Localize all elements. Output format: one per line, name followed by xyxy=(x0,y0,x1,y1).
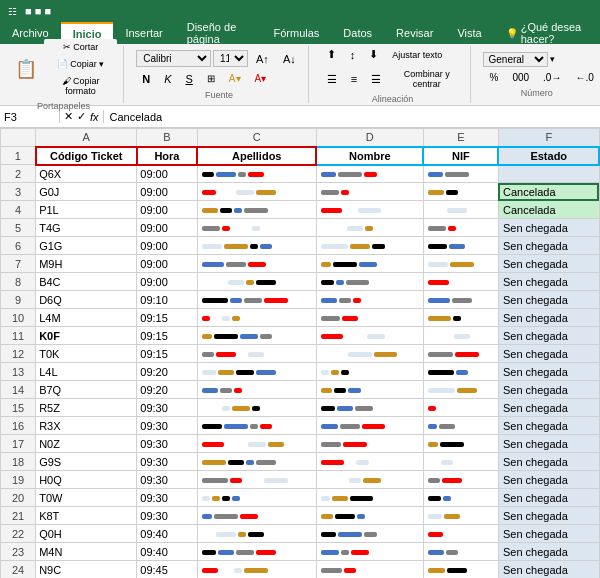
cell-nombre[interactable] xyxy=(316,345,423,363)
cell-apellidos[interactable] xyxy=(197,237,316,255)
cell-codigo[interactable]: B7Q xyxy=(36,381,137,399)
cell-nif[interactable] xyxy=(423,507,498,525)
cell-codigo[interactable]: G1G xyxy=(36,237,137,255)
cell-apellidos[interactable] xyxy=(197,507,316,525)
cell-apellidos[interactable] xyxy=(197,543,316,561)
cell-nif[interactable] xyxy=(423,201,498,219)
cell-hora[interactable]: 09:45 xyxy=(137,561,197,579)
cell-nombre[interactable] xyxy=(316,471,423,489)
cell-hora[interactable]: 09:15 xyxy=(137,327,197,345)
cell-apellidos[interactable] xyxy=(197,471,316,489)
cell-estado[interactable]: Sen chegada xyxy=(498,489,599,507)
font-size-select[interactable]: 11 xyxy=(213,50,248,67)
cell-nombre[interactable] xyxy=(316,165,423,183)
cell-apellidos[interactable] xyxy=(197,399,316,417)
confirm-icon[interactable]: ✓ xyxy=(77,110,86,123)
cell-estado[interactable]: Cancelada xyxy=(498,201,599,219)
increase-decimal-button[interactable]: .0→ xyxy=(537,69,567,86)
cell-nif[interactable] xyxy=(423,363,498,381)
cell-estado[interactable]: Cancelada xyxy=(498,183,599,201)
cell-apellidos[interactable] xyxy=(197,489,316,507)
cell-estado[interactable]: Sen chegada xyxy=(498,327,599,345)
tab-formulas[interactable]: Fórmulas xyxy=(262,22,332,44)
cell-codigo[interactable]: N0Z xyxy=(36,435,137,453)
cell-nif[interactable] xyxy=(423,435,498,453)
cell-estado[interactable]: Sen chegada xyxy=(498,453,599,471)
tab-vista[interactable]: Vista xyxy=(445,22,493,44)
col-b-header[interactable]: B xyxy=(137,129,197,147)
fill-color-button[interactable]: A▾ xyxy=(223,70,247,87)
cell-estado[interactable]: Sen chegada xyxy=(498,381,599,399)
cell-nif[interactable] xyxy=(423,489,498,507)
cell-codigo[interactable]: H0Q xyxy=(36,471,137,489)
cell-codigo[interactable]: N9C xyxy=(36,561,137,579)
cell-apellidos[interactable] xyxy=(197,273,316,291)
align-middle-button[interactable]: ↕ xyxy=(344,45,362,64)
cell-nombre[interactable] xyxy=(316,183,423,201)
align-top-button[interactable]: ⬆ xyxy=(321,45,342,64)
percent-button[interactable]: % xyxy=(483,69,504,86)
cell-nif[interactable] xyxy=(423,183,498,201)
cell-codigo[interactable]: T0W xyxy=(36,489,137,507)
cut-button[interactable]: ✂ Cortar xyxy=(44,39,117,55)
tab-revisar[interactable]: Revisar xyxy=(384,22,445,44)
cell-nombre[interactable] xyxy=(316,453,423,471)
header-nombre[interactable]: Nombre xyxy=(316,147,423,165)
cell-codigo[interactable]: G9S xyxy=(36,453,137,471)
cell-hora[interactable]: 09:10 xyxy=(137,291,197,309)
cell-apellidos[interactable] xyxy=(197,255,316,273)
align-right-button[interactable]: ☰ xyxy=(365,66,387,92)
cell-codigo[interactable]: K8T xyxy=(36,507,137,525)
cell-hora[interactable]: 09:00 xyxy=(137,255,197,273)
cell-estado[interactable]: Sen chegada xyxy=(498,363,599,381)
cell-nombre[interactable] xyxy=(316,543,423,561)
cell-apellidos[interactable] xyxy=(197,417,316,435)
cell-hora[interactable]: 09:15 xyxy=(137,345,197,363)
cell-nif[interactable] xyxy=(423,327,498,345)
cell-nombre[interactable] xyxy=(316,489,423,507)
header-hora[interactable]: Hora xyxy=(137,147,197,165)
cell-nombre[interactable] xyxy=(316,291,423,309)
cell-nombre[interactable] xyxy=(316,201,423,219)
cell-codigo[interactable]: P1L xyxy=(36,201,137,219)
cell-hora[interactable]: 09:40 xyxy=(137,543,197,561)
cell-nombre[interactable] xyxy=(316,561,423,579)
cell-estado[interactable]: Sen chegada xyxy=(498,507,599,525)
cell-nif[interactable] xyxy=(423,453,498,471)
cell-hora[interactable]: 09:40 xyxy=(137,525,197,543)
cell-nombre[interactable] xyxy=(316,507,423,525)
cell-hora[interactable]: 09:20 xyxy=(137,381,197,399)
cell-apellidos[interactable] xyxy=(197,345,316,363)
cell-apellidos[interactable] xyxy=(197,435,316,453)
cell-nif[interactable] xyxy=(423,417,498,435)
decrease-decimal-button[interactable]: ←.0 xyxy=(569,69,599,86)
cell-hora[interactable]: 09:30 xyxy=(137,399,197,417)
col-f-header[interactable]: F xyxy=(498,129,599,147)
cell-nif[interactable] xyxy=(423,471,498,489)
cell-codigo[interactable]: K0F xyxy=(36,327,137,345)
cell-estado[interactable]: Sen chegada xyxy=(498,399,599,417)
col-e-header[interactable]: E xyxy=(423,129,498,147)
cell-nombre[interactable] xyxy=(316,363,423,381)
cell-hora[interactable]: 09:15 xyxy=(137,309,197,327)
header-apellidos[interactable]: Apellidos xyxy=(197,147,316,165)
cell-codigo[interactable]: Q0H xyxy=(36,525,137,543)
cell-nif[interactable] xyxy=(423,237,498,255)
cell-nombre[interactable] xyxy=(316,273,423,291)
cell-codigo[interactable]: M9H xyxy=(36,255,137,273)
decrease-font-button[interactable]: A↓ xyxy=(277,50,302,68)
col-d-header[interactable]: D xyxy=(316,129,423,147)
cell-apellidos[interactable] xyxy=(197,381,316,399)
align-bottom-button[interactable]: ⬇ xyxy=(363,45,384,64)
cell-nombre[interactable] xyxy=(316,435,423,453)
cell-estado[interactable]: Sen chegada xyxy=(498,291,599,309)
copy-button[interactable]: 📄 Copiar ▾ xyxy=(44,56,117,72)
cell-nif[interactable] xyxy=(423,543,498,561)
cell-nif[interactable] xyxy=(423,291,498,309)
cell-nif[interactable] xyxy=(423,561,498,579)
border-button[interactable]: ⊞ xyxy=(201,70,221,87)
cell-estado[interactable]: Sen chegada xyxy=(498,345,599,363)
tab-insertar[interactable]: Insertar xyxy=(113,22,174,44)
cell-nif[interactable] xyxy=(423,309,498,327)
cell-apellidos[interactable] xyxy=(197,219,316,237)
